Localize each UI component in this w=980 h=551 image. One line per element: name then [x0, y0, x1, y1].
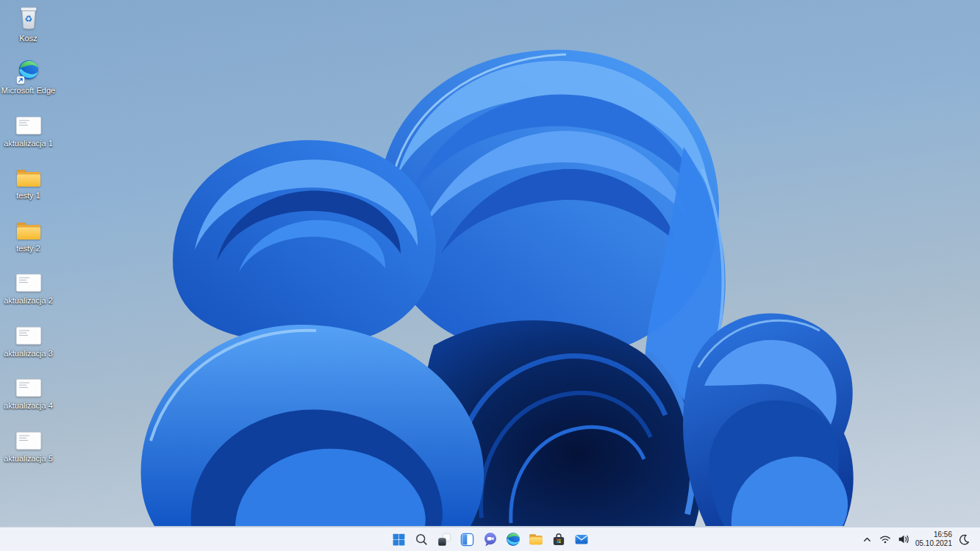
tray-focus-assist-button[interactable] — [957, 533, 971, 547]
chevron-up-icon — [862, 534, 873, 545]
system-tray: 16:56 05.10.2021 — [861, 527, 971, 551]
desktop-icon-aktualizacja-1[interactable]: aktualizacja 1 — [1, 108, 56, 148]
widgets-icon — [459, 532, 475, 547]
document-icon — [15, 423, 42, 453]
chat-button[interactable] — [481, 530, 500, 549]
widgets-button[interactable] — [458, 530, 477, 549]
desktop-icon-label: testy 2 — [16, 244, 40, 253]
volume-icon — [898, 533, 909, 545]
taskbar-clock[interactable]: 16:56 05.10.2021 — [915, 530, 952, 548]
tray-time: 16:56 — [915, 530, 952, 539]
search-icon — [414, 532, 429, 547]
desktop-icon-testy-2[interactable]: testy 2 — [1, 213, 56, 253]
desktop-icon-label: aktualizacja 4 — [4, 401, 53, 411]
task-view-icon — [437, 532, 452, 547]
document-icon — [15, 108, 42, 137]
desktop[interactable]: ♻ Kosz Microsoft Edge — [0, 0, 980, 551]
document-icon — [15, 318, 42, 347]
taskbar: 16:56 05.10.2021 — [0, 527, 980, 551]
desktop-icon-label: Kosz — [19, 34, 37, 43]
mail-button[interactable] — [572, 530, 591, 549]
focus-assist-moon-icon — [958, 533, 970, 546]
desktop-icon-label: aktualizacja 1 — [4, 139, 53, 148]
file-explorer-icon — [528, 531, 544, 547]
tray-date: 05.10.2021 — [915, 539, 952, 548]
desktop-icon-microsoft-edge[interactable]: Microsoft Edge — [1, 55, 56, 96]
tray-network-button[interactable] — [879, 533, 892, 546]
file-explorer-button[interactable] — [526, 530, 546, 549]
wifi-icon — [879, 533, 891, 545]
desktop-icon-aktualizacja-5[interactable]: aktualizacja 5 — [1, 423, 56, 464]
chat-icon — [482, 531, 498, 547]
tray-chevron-button[interactable] — [861, 533, 873, 546]
document-icon — [15, 265, 42, 295]
folder-icon — [15, 213, 42, 242]
desktop-icon-label: aktualizacja 2 — [4, 296, 53, 306]
desktop-icon-recycle-bin[interactable]: ♻ Kosz — [1, 3, 56, 43]
document-icon — [15, 370, 42, 400]
desktop-icon-aktualizacja-4[interactable]: aktualizacja 4 — [1, 370, 56, 411]
windows-logo-icon — [391, 532, 407, 547]
task-view-button[interactable] — [435, 530, 454, 549]
desktop-icon-label: testy 1 — [16, 191, 40, 201]
tray-volume-button[interactable] — [897, 533, 910, 546]
bloom-wallpaper — [0, 0, 980, 551]
store-icon — [551, 531, 567, 547]
desktop-icon-aktualizacja-3[interactable]: aktualizacja 3 — [1, 318, 56, 359]
desktop-icon-testy-1[interactable]: testy 1 — [1, 160, 56, 201]
edge-button[interactable] — [504, 530, 523, 549]
svg-text:♻: ♻ — [24, 14, 32, 24]
search-button[interactable] — [412, 530, 432, 549]
recycle-bin-icon: ♻ — [17, 3, 40, 32]
edge-icon — [16, 55, 41, 84]
taskbar-center-buttons — [390, 527, 591, 551]
desktop-icon-label: aktualizacja 5 — [4, 454, 53, 464]
microsoft-store-button[interactable] — [549, 530, 568, 549]
edge-icon — [505, 531, 521, 547]
start-button[interactable] — [390, 530, 409, 549]
folder-icon — [15, 160, 42, 190]
desktop-icon-aktualizacja-2[interactable]: aktualizacja 2 — [1, 265, 56, 306]
mail-icon — [573, 531, 590, 547]
desktop-icon-label: aktualizacja 3 — [4, 349, 53, 359]
desktop-icon-label: Microsoft Edge — [1, 86, 55, 96]
